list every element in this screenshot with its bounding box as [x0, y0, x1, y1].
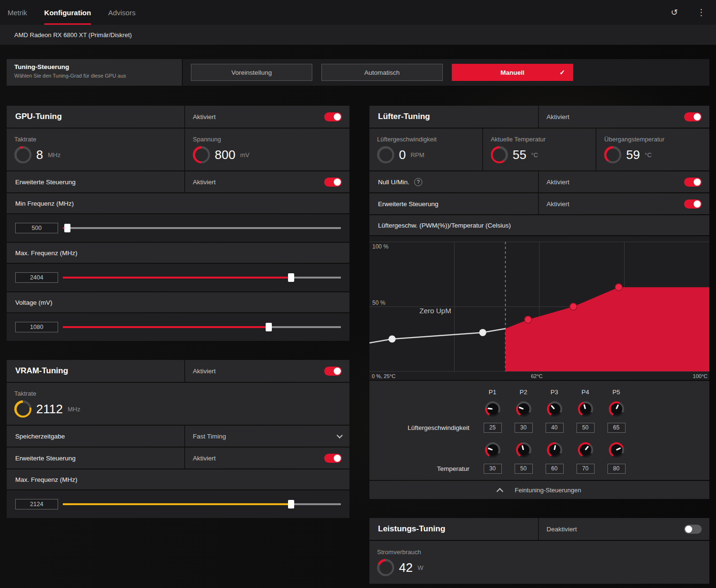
- help-icon[interactable]: ?: [414, 178, 422, 186]
- curve-point-label: P2: [520, 389, 527, 396]
- fan-advanced-toggle[interactable]: [684, 199, 702, 209]
- manual-button[interactable]: Manuell ✓: [452, 64, 573, 81]
- knob-needle-icon: [554, 445, 556, 450]
- power-consumption-stat: Stromverbrauch 42 W: [369, 541, 709, 584]
- temperature-knob[interactable]: [516, 442, 531, 458]
- chart-label: 62°C: [531, 373, 543, 379]
- kebab-menu-icon[interactable]: ⋮: [697, 7, 706, 18]
- max-frequency-value[interactable]: 2404: [15, 272, 58, 283]
- fan-tuning-title: Lüfter-Tuning: [378, 112, 430, 121]
- vram-clock-stat: Taktrate 2112 MHz: [7, 383, 349, 425]
- max-frequency-slider-row: 2404: [7, 264, 349, 291]
- fan-speed-value[interactable]: 25: [484, 423, 502, 433]
- fan-speed-knob[interactable]: [609, 401, 624, 417]
- fan-speed-value[interactable]: 40: [546, 423, 564, 433]
- fan-speed-value[interactable]: 50: [577, 423, 595, 433]
- tab-metrik[interactable]: Metrik: [8, 0, 27, 25]
- fan-curve-chart[interactable]: 100 %50 %0 %, 25°C62°C100°CZero UpM: [369, 236, 709, 380]
- temperature-knob[interactable]: [578, 442, 593, 458]
- temperature-value[interactable]: 60: [546, 464, 564, 474]
- fan-curve-editor: P1P2P3P4P5 Lüftergeschwindigkeit 2530405…: [369, 381, 709, 480]
- zero-rpm-label: Null U/Min.: [378, 179, 409, 186]
- chart-label: 50 %: [372, 299, 386, 306]
- memory-timing-value: Fast Timing: [193, 433, 226, 440]
- power-tuning-toggle[interactable]: [684, 525, 702, 534]
- max-frequency-label: Max. Frequenz (MHz): [7, 243, 349, 263]
- tuning-level-buttons: Voreinstellung Automatisch Manuell ✓: [183, 59, 709, 86]
- slider-handle[interactable]: [288, 500, 294, 508]
- fan-speed-value[interactable]: 65: [607, 423, 626, 433]
- fan-speed-knob[interactable]: [485, 401, 500, 417]
- min-frequency-value[interactable]: 500: [15, 223, 58, 233]
- knob-needle-icon: [519, 407, 524, 409]
- memory-timing-label: Speicherzeitgabe: [15, 433, 65, 440]
- temperature-value-row: Temperatur 3050607080: [369, 461, 709, 476]
- vram-advanced-toggle[interactable]: [324, 454, 342, 463]
- fan-speed-knob[interactable]: [578, 401, 593, 417]
- vram-tuning-panel: VRAM-Tuning Aktiviert Taktrate 2112 MHz: [7, 360, 349, 518]
- tab-advisors[interactable]: Advisors: [108, 0, 136, 25]
- gpu-advanced-toggle[interactable]: [324, 178, 342, 187]
- min-frequency-slider-row: 500: [7, 214, 349, 242]
- temperature-value[interactable]: 50: [515, 464, 533, 474]
- max-frequency-slider[interactable]: [63, 273, 341, 282]
- curve-point-label: P1: [489, 389, 497, 396]
- vram-max-frequency-value[interactable]: 2124: [15, 499, 58, 509]
- fan-curve-point[interactable]: [388, 336, 396, 343]
- fan-speed-knob[interactable]: [516, 401, 531, 417]
- voltage-slider[interactable]: [63, 322, 341, 332]
- knob-needle-icon: [583, 404, 586, 409]
- knob-needle-icon: [616, 448, 621, 451]
- fan-speed-row-label: Lüftergeschwindigkeit: [369, 424, 477, 431]
- temperature-knob[interactable]: [609, 442, 624, 458]
- fan-curve-point[interactable]: [570, 303, 577, 310]
- curve-point-label: P3: [551, 389, 558, 396]
- fan-speed-value[interactable]: 30: [515, 423, 533, 433]
- curve-point-label: P5: [613, 389, 620, 396]
- temperature-knob[interactable]: [485, 442, 500, 458]
- vram-tuning-status: Aktiviert: [193, 368, 216, 375]
- vram-clock-gauge-icon: [14, 400, 31, 418]
- fan-speed-knob[interactable]: [547, 401, 562, 417]
- vram-max-frequency-slider[interactable]: [63, 499, 341, 509]
- gpu-advanced-label: Erweiterte Steuerung: [15, 179, 76, 186]
- temperature-row-label: Temperatur: [369, 465, 477, 472]
- preset-button[interactable]: Voreinstellung: [191, 64, 312, 81]
- slider-handle[interactable]: [288, 273, 294, 282]
- slider-handle[interactable]: [266, 323, 272, 331]
- memory-timing-dropdown[interactable]: Fast Timing: [185, 426, 349, 447]
- chevron-down-icon: [337, 432, 343, 439]
- automatic-button[interactable]: Automatisch: [321, 64, 443, 81]
- junction-temperature-stat: Übergangstemperatur 59 °C: [597, 129, 709, 170]
- temperature-value[interactable]: 80: [607, 464, 626, 474]
- top-nav: Metrik Konfiguration Advisors ↺ ⋮: [0, 0, 716, 25]
- knob-needle-icon: [488, 448, 493, 450]
- fan-speed-knob-row: [369, 398, 709, 420]
- check-icon: ✓: [559, 69, 565, 76]
- current-temperature-stat: Aktuelle Temperatur 55 °C: [483, 129, 597, 170]
- fan-curve-point[interactable]: [525, 316, 532, 323]
- fan-advanced-label: Erweiterte Steuerung: [378, 200, 438, 208]
- vram-tuning-toggle[interactable]: [324, 367, 342, 376]
- slider-handle[interactable]: [64, 224, 70, 232]
- fan-tuning-toggle[interactable]: [684, 112, 702, 121]
- min-frequency-slider[interactable]: [63, 223, 341, 233]
- temperature-value[interactable]: 70: [577, 464, 595, 474]
- fan-speed-gauge-icon: [377, 146, 394, 163]
- gpu-tuning-toggle[interactable]: [324, 112, 342, 121]
- fan-curve-point[interactable]: [615, 284, 622, 291]
- voltage-value[interactable]: 1080: [15, 322, 58, 332]
- curve-point-headers: P1P2P3P4P5: [369, 386, 709, 398]
- temperature-knob[interactable]: [547, 442, 562, 458]
- zero-rpm-toggle[interactable]: [684, 178, 702, 187]
- temperature-value[interactable]: 30: [484, 464, 502, 474]
- fan-tuning-status: Aktiviert: [547, 113, 569, 120]
- reset-icon[interactable]: ↺: [671, 7, 678, 18]
- vram-max-frequency-slider-row: 2124: [7, 490, 349, 518]
- tab-konfiguration[interactable]: Konfiguration: [44, 0, 91, 25]
- fan-curve-point[interactable]: [479, 329, 487, 336]
- temperature-knob-row: [369, 439, 709, 461]
- chevron-up-icon: [497, 488, 503, 494]
- fine-tuning-collapse[interactable]: Feintuning-Steuerungen: [369, 481, 709, 499]
- power-tuning-status: Deaktiviert: [547, 526, 577, 533]
